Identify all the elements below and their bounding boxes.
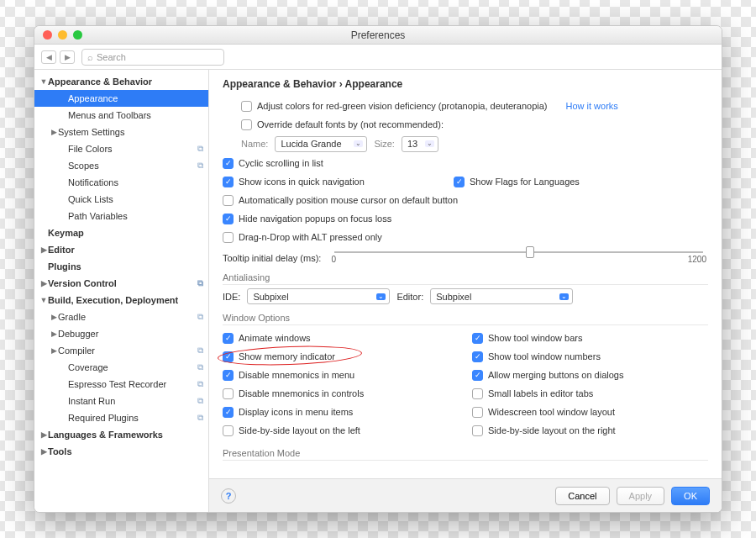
sidebar-item-label: Plugins [48,261,203,272]
window-option[interactable]: Disable mnemonics in menu [223,366,459,384]
aa-ide-select[interactable]: Subpixel⌄ [247,288,390,304]
back-button[interactable]: ◀ [41,50,56,64]
window-option[interactable]: Side-by-side layout on the left [223,421,459,440]
sidebar-item-label: Path Variables [68,211,203,221]
disclosure-icon: ▶ [39,245,48,254]
sidebar-item[interactable]: Quick Lists [34,191,208,208]
sidebar[interactable]: ▼Appearance & BehaviorAppearanceMenus an… [34,70,209,512]
sidebar-item[interactable]: Keymap [34,224,208,241]
window-option[interactable]: Show tool window bars [472,329,708,347]
option-label: Disable mnemonics in menu [239,370,354,380]
search-placeholder: Search [97,52,126,62]
checkbox[interactable] [241,101,252,112]
sidebar-item[interactable]: Menus and Toolbars [34,107,208,124]
opt-show-flags[interactable]: Show Flags for Languages [470,177,580,187]
checkbox[interactable] [223,370,234,381]
how-it-works-link[interactable]: How it works [565,101,617,111]
sidebar-item-label: Notifications [68,177,203,187]
aa-editor-select[interactable]: Subpixel⌄ [430,288,573,304]
apply-button[interactable]: Apply [617,487,665,505]
checkbox[interactable] [472,333,483,344]
option-label: Widescreen tool window layout [488,407,615,417]
checkbox[interactable] [223,351,234,362]
help-button[interactable]: ? [221,488,236,504]
checkbox[interactable] [223,158,234,169]
window-option[interactable]: Small labels in editor tabs [472,384,708,403]
cancel-button[interactable]: Cancel [555,487,609,505]
sidebar-item[interactable]: ▶Compiler⧉ [34,342,208,359]
opt-override-fonts[interactable]: Override default fonts by (not recommend… [241,115,708,134]
sidebar-item[interactable]: Scopes⧉ [34,157,208,174]
tooltip-delay-slider[interactable] [334,251,703,253]
sidebar-item[interactable]: ▶Gradle⧉ [34,309,208,325]
project-badge-icon: ⧉ [197,345,203,356]
sidebar-item[interactable]: ▶Debugger [34,325,208,342]
opt-hide-nav[interactable]: Hide navigation popups on focus loss [223,209,708,228]
project-badge-icon: ⧉ [197,161,203,171]
checkbox[interactable] [241,119,252,130]
opt-show-icons[interactable]: Show icons in quick navigation [239,177,449,187]
window-option[interactable]: Allow merging buttons on dialogs [472,366,708,384]
sidebar-item[interactable]: ▶Editor [34,241,208,258]
checkbox[interactable] [223,214,234,224]
opt-adjust-colors[interactable]: Adjust colors for red-green vision defic… [241,97,708,115]
opt-dnd-alt[interactable]: Drag-n-Drop with ALT pressed only [223,228,708,246]
checkbox[interactable] [472,351,483,362]
checkbox[interactable] [223,388,234,399]
sidebar-item-label: Editor [48,245,203,255]
font-name-select[interactable]: Lucida Grande⌄ [275,136,367,152]
window-option[interactable]: Animate windows [223,329,459,347]
opt-auto-position[interactable]: Automatically position mouse cursor on d… [223,191,708,209]
search-icon: ⌕ [87,52,93,62]
sidebar-item-label: Version Control [48,278,197,288]
checkbox[interactable] [223,195,234,206]
checkbox[interactable] [223,333,234,344]
font-size-select[interactable]: 13⌄ [402,136,438,152]
sidebar-item[interactable]: ▶Tools [34,443,208,460]
project-badge-icon: ⧉ [197,362,203,372]
window-option[interactable]: Side-by-side layout on the right [472,421,708,440]
sidebar-item[interactable]: Required Plugins⧉ [34,409,208,426]
sidebar-item[interactable]: Appearance [34,90,208,107]
forward-button[interactable]: ▶ [60,50,75,64]
sidebar-item[interactable]: Coverage⧉ [34,359,208,376]
sidebar-item[interactable]: Notifications [34,174,208,191]
window-option[interactable]: Display icons in menu items [223,403,459,421]
sidebar-item[interactable]: Instant Run⧉ [34,393,208,409]
sidebar-item[interactable]: File Colors⧉ [34,140,208,157]
checkbox[interactable] [472,407,483,418]
checkbox[interactable] [223,177,234,187]
project-badge-icon: ⧉ [197,413,203,423]
window-option[interactable]: Disable mnemonics in controls [223,384,459,403]
disclosure-icon: ▶ [39,447,48,456]
ok-button[interactable]: OK [671,487,710,505]
sidebar-item[interactable]: ▼Build, Execution, Deployment [34,292,208,309]
checkbox[interactable] [223,232,234,243]
window-options-grid: Animate windowsShow memory indicatorDisa… [223,329,708,440]
option-label: Disable mnemonics in controls [239,388,364,398]
checkbox[interactable] [454,177,465,187]
sidebar-item[interactable]: Espresso Test Recorder⧉ [34,376,208,393]
checkbox[interactable] [472,370,483,381]
sidebar-item-label: Gradle [58,312,197,322]
sidebar-item[interactable]: ▶Version Control⧉ [34,275,208,292]
window-option[interactable]: Widescreen tool window layout [472,403,708,421]
sidebar-item[interactable]: Path Variables [34,208,208,224]
sidebar-item[interactable]: ▼Appearance & Behavior [34,73,208,90]
window-option[interactable]: Show tool window numbers [472,347,708,366]
sidebar-item[interactable]: Plugins [34,258,208,275]
opt-cyclic[interactable]: Cyclic scrolling in list [223,154,708,172]
sidebar-item-label: Languages & Frameworks [48,430,203,440]
checkbox[interactable] [223,425,234,436]
window-option[interactable]: Show memory indicator [223,347,459,366]
antialiasing-row: IDE: Subpixel⌄ Editor: Subpixel⌄ [223,288,708,304]
checkbox[interactable] [223,407,234,418]
checkbox[interactable] [472,388,483,399]
checkbox[interactable] [472,425,483,436]
sidebar-item[interactable]: ▶Languages & Frameworks [34,426,208,443]
content-scroll[interactable]: Appearance & Behavior › Appearance Adjus… [209,70,722,478]
sidebar-item-label: Appearance [68,93,203,103]
search-input[interactable]: ⌕ Search [81,49,224,66]
sidebar-item[interactable]: ▶System Settings [34,124,208,140]
disclosure-icon: ▶ [39,279,48,287]
